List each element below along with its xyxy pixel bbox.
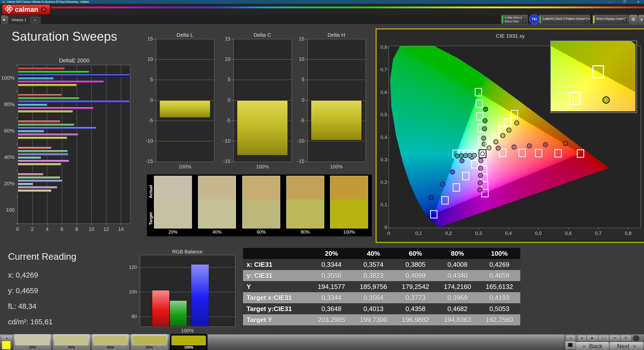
delta-y-tick [154, 80, 156, 80]
deltae-group-label: 80% [0, 101, 15, 107]
target-row-label: Target [148, 206, 153, 231]
tab-bar: ▶ History 1 + X-Rite i1Pro 3 Direct View… [0, 15, 644, 24]
pattern-button-60%[interactable]: 60% [92, 334, 129, 350]
chevron-down-icon[interactable]: ▼ [623, 19, 627, 23]
next-button[interactable]: Next » [609, 342, 644, 350]
deltae-gridline [77, 65, 77, 223]
next-arrow-icon: » [633, 343, 636, 349]
expand-patterns-button[interactable]: ▲ [1, 335, 13, 341]
deltae-x-tick [18, 223, 18, 225]
pattern-button-label: 100% [170, 345, 207, 349]
delta-bar [237, 100, 288, 155]
delta-y-tick [305, 161, 307, 162]
calman-menu-button[interactable]: calman ▼ [2, 5, 50, 15]
deltae-plot-area [18, 65, 130, 224]
delta-y-tick [154, 161, 156, 162]
deltae-group-label: 40% [0, 154, 15, 160]
cie-x-tick [598, 228, 598, 230]
delta-y-tick [305, 59, 307, 60]
interval-button[interactable]: [··] [598, 335, 609, 341]
table-value-cell: 179,2542 [394, 281, 436, 292]
pattern-button-100%[interactable]: 100% [170, 334, 208, 350]
rgb-y-tick-label: 80 [126, 314, 137, 319]
delta-y-tick-label: 0 [219, 97, 230, 103]
pattern-button-label: 80% [131, 345, 168, 349]
target-swatch [198, 199, 236, 229]
cie-x-tick [508, 228, 509, 230]
deltae-bar-blue [18, 127, 97, 129]
table-header-cell [243, 248, 310, 259]
deltae-x-tick [121, 223, 121, 225]
delta-y-tick-label: 15 [219, 36, 230, 42]
table-value-cell: 0,4682 [436, 303, 478, 314]
chevron-down-icon[interactable]: ▼ [522, 19, 526, 23]
table-value-cell: 0,3969 [436, 292, 478, 303]
cie-y-tick-label: 0,7 [377, 67, 387, 72]
back-label: Back [589, 343, 602, 350]
rgb-y-tick-label: 100 [126, 289, 137, 295]
chevron-down-icon[interactable]: ▼ [585, 19, 589, 23]
pattern-window-button[interactable] [565, 341, 576, 350]
swatch-label: 20% [154, 230, 192, 235]
pattern-color-swatch [15, 336, 50, 345]
continuous-loop-button[interactable]: ∞ [609, 335, 621, 341]
chevron-down-icon[interactable]: ▼ [41, 7, 46, 12]
deltae-group-label: 100% [0, 75, 15, 81]
table-row-label: Target y:CIE31 [243, 303, 310, 314]
pattern-button-20%[interactable]: 20% [14, 334, 51, 350]
minimize-button[interactable]: – [606, 0, 614, 4]
collapse-panel-button[interactable]: ◀ [638, 15, 644, 24]
delta-y-tick-label: -15 [141, 158, 153, 164]
delta-y-tick [231, 100, 233, 101]
display-control-selector[interactable]: Direct Display Control ▼ [592, 15, 628, 24]
cie-x-tick [478, 228, 479, 230]
delta-y-tick-label: 5 [141, 77, 153, 82]
restore-button[interactable]: ❐ [621, 0, 628, 4]
table-row-label: Target Y [243, 314, 310, 325]
cie-x-tick [538, 228, 539, 230]
meter-selector[interactable]: X-Rite i1Pro 3 Direct View ▼ [501, 15, 528, 24]
tab-history-1[interactable]: History 1 + [8, 15, 41, 24]
expand-transport-button[interactable]: ▲ [566, 335, 576, 341]
deltae-bar-blue [18, 180, 63, 182]
swatch-label: 80% [286, 230, 324, 235]
deltae-group-label: 60% [0, 128, 15, 134]
deltae-bar-green [18, 176, 60, 179]
refresh-button[interactable]: ⟳ [621, 335, 631, 341]
deltae-x-tick-label: 0 [14, 226, 21, 232]
deltae-group-tick [16, 118, 18, 118]
deltae-bar-red [18, 94, 62, 97]
pattern-button-80%[interactable]: 80% [131, 334, 168, 350]
active-pattern-swatch[interactable] [2, 341, 11, 349]
deltae-bar-magenta [18, 160, 69, 162]
rainbow-divider [51, 7, 644, 8]
deltae-bar-blue [18, 74, 130, 77]
back-button[interactable]: « Back [576, 342, 609, 350]
pattern-color-swatch [172, 336, 206, 345]
rgb-bar-red [152, 290, 170, 326]
stop-button[interactable]: ■ [578, 335, 587, 341]
cie-y-tick [388, 48, 389, 48]
cie-x-tick-label: 0,2 [442, 231, 455, 236]
table-value-cell: 0,3564 [352, 292, 394, 303]
table-row: Y194,1577185,9756179,2542174,2160165,613… [243, 281, 520, 292]
add-tab-button[interactable]: + [30, 17, 39, 23]
pattern-generator-selector[interactable]: CalMAN Client 3 Pattern Generator ▼ [539, 15, 590, 24]
deltae-bar-magenta [18, 80, 104, 83]
delta-bar [159, 100, 210, 118]
close-button[interactable]: ✕ [634, 0, 642, 4]
window-title: Calman 2025 Calman Ultimate for Business… [7, 1, 89, 3]
play-button[interactable]: ▶ [587, 335, 598, 341]
app-bar: calman ▼ [0, 4, 644, 15]
pattern-button-label: 60% [92, 345, 129, 349]
delta-y-tick [231, 121, 233, 121]
cie-y-tick [388, 160, 389, 160]
meter-count-badge[interactable]: 711 [529, 14, 539, 24]
tab-scroll-button[interactable]: ▶ [1, 15, 8, 24]
deltae-group-tick [16, 144, 18, 144]
delta-y-tick-label: 10 [219, 56, 230, 62]
actual-swatch [330, 176, 368, 199]
pattern-button-40%[interactable]: 40% [53, 334, 90, 350]
settings-gear-button[interactable]: ⚙ [629, 15, 638, 24]
table-header-cell: 100% [478, 248, 520, 259]
